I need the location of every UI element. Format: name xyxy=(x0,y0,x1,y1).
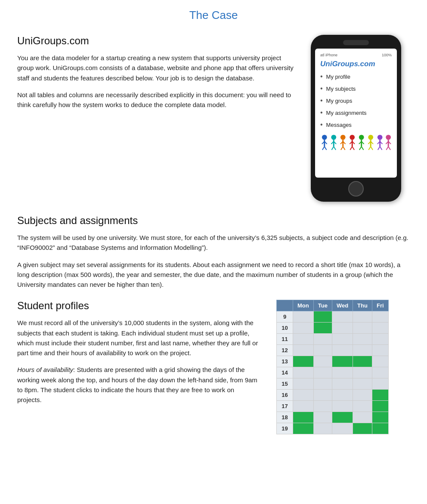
grid-row-15: 15 xyxy=(277,378,389,390)
cell-13-mon[interactable] xyxy=(293,356,314,367)
people-svg xyxy=(320,133,392,150)
cell-9-mon[interactable] xyxy=(293,311,314,323)
grid-row-18: 18 xyxy=(277,412,389,423)
cell-18-tue[interactable] xyxy=(313,412,332,423)
cell-9-tue[interactable] xyxy=(313,311,332,323)
phone-menu-label: Messages xyxy=(326,122,352,128)
cell-19-fri[interactable] xyxy=(372,423,388,434)
cell-11-fri[interactable] xyxy=(372,334,388,345)
cell-13-thu[interactable] xyxy=(353,356,372,367)
svg-line-34 xyxy=(368,147,371,150)
grid-header-wed: Wed xyxy=(332,300,353,311)
cell-11-tue[interactable] xyxy=(313,334,332,345)
hour-label-12: 12 xyxy=(277,345,293,356)
svg-point-18 xyxy=(350,135,355,140)
cell-10-fri[interactable] xyxy=(372,323,388,334)
cell-12-mon[interactable] xyxy=(293,345,314,356)
grid-row-16: 16 xyxy=(277,390,389,401)
grid-header-mon: Mon xyxy=(293,300,314,311)
grid-header-thu: Thu xyxy=(353,300,372,311)
svg-line-28 xyxy=(359,147,362,150)
svg-point-0 xyxy=(322,135,327,140)
svg-line-5 xyxy=(325,147,327,150)
svg-point-36 xyxy=(377,135,383,140)
cell-18-fri[interactable] xyxy=(372,412,388,423)
subjects-para2: A given subject may set several assignme… xyxy=(17,260,410,290)
svg-line-10 xyxy=(331,147,334,150)
svg-line-35 xyxy=(371,147,373,150)
cell-10-mon[interactable] xyxy=(293,323,314,334)
cell-12-fri[interactable] xyxy=(372,345,388,356)
phone-menu-label: My profile xyxy=(326,74,350,80)
subjects-heading: Subjects and assignments xyxy=(17,215,410,227)
cell-13-wed[interactable] xyxy=(332,356,353,367)
svg-line-47 xyxy=(388,147,390,150)
bullet-icon: • xyxy=(320,85,323,92)
cell-10-thu[interactable] xyxy=(353,323,372,334)
phone-mockup-container: atl iPhone 100% UniGroups.com • My profi… xyxy=(311,35,410,202)
cell-15-fri[interactable] xyxy=(372,378,388,390)
cell-17-fri[interactable] xyxy=(372,401,388,412)
cell-9-fri[interactable] xyxy=(372,311,388,323)
cell-16-wed[interactable] xyxy=(332,390,353,401)
cell-13-tue[interactable] xyxy=(313,356,332,367)
cell-16-tue[interactable] xyxy=(313,390,332,401)
unigroups-section: UniGroups.com You are the data modeler f… xyxy=(17,35,410,202)
cell-19-tue[interactable] xyxy=(313,423,332,434)
cell-15-thu[interactable] xyxy=(353,378,372,390)
phone-menu-subjects: • My subjects xyxy=(320,85,392,92)
cell-13-fri[interactable] xyxy=(372,356,388,367)
svg-line-16 xyxy=(341,147,343,150)
cell-14-wed[interactable] xyxy=(332,367,353,378)
cell-12-thu[interactable] xyxy=(353,345,372,356)
cell-15-wed[interactable] xyxy=(332,378,353,390)
unigroups-heading: UniGroups.com xyxy=(17,35,298,47)
subjects-section: Subjects and assignments The system will… xyxy=(17,215,410,289)
grid-corner xyxy=(277,300,293,311)
cell-10-wed[interactable] xyxy=(332,323,353,334)
cell-14-mon[interactable] xyxy=(293,367,314,378)
cell-11-thu[interactable] xyxy=(353,334,372,345)
cell-18-wed[interactable] xyxy=(332,412,353,423)
cell-17-wed[interactable] xyxy=(332,401,353,412)
hour-label-14: 14 xyxy=(277,367,293,378)
hour-label-13: 13 xyxy=(277,356,293,367)
cell-17-mon[interactable] xyxy=(293,401,314,412)
hour-label-15: 15 xyxy=(277,378,293,390)
cell-11-wed[interactable] xyxy=(332,334,353,345)
cell-9-thu[interactable] xyxy=(353,311,372,323)
unigroups-para2: Not all tables and columns are necessari… xyxy=(17,90,298,110)
svg-line-40 xyxy=(378,147,380,150)
cell-10-tue[interactable] xyxy=(313,323,332,334)
cell-15-mon[interactable] xyxy=(293,378,314,390)
phone-menu-messages: • Messages xyxy=(320,121,392,129)
cell-18-thu[interactable] xyxy=(353,412,372,423)
availability-grid: Mon Tue Wed Thu Fri 9 xyxy=(276,300,389,434)
hour-label-16: 16 xyxy=(277,390,293,401)
svg-point-24 xyxy=(359,135,364,140)
cell-14-fri[interactable] xyxy=(372,367,388,378)
svg-line-41 xyxy=(380,147,382,150)
cell-9-wed[interactable] xyxy=(332,311,353,323)
cell-12-tue[interactable] xyxy=(313,345,332,356)
cell-17-thu[interactable] xyxy=(353,401,372,412)
cell-12-wed[interactable] xyxy=(332,345,353,356)
cell-16-fri[interactable] xyxy=(372,390,388,401)
cell-19-mon[interactable] xyxy=(293,423,314,434)
grid-header-tue: Tue xyxy=(313,300,332,311)
cell-16-thu[interactable] xyxy=(353,390,372,401)
cell-19-wed[interactable] xyxy=(332,423,353,434)
cell-14-thu[interactable] xyxy=(353,367,372,378)
cell-11-mon[interactable] xyxy=(293,334,314,345)
cell-19-thu[interactable] xyxy=(353,423,372,434)
phone-menu-label: My groups xyxy=(326,98,353,104)
cell-14-tue[interactable] xyxy=(313,367,332,378)
cell-15-tue[interactable] xyxy=(313,378,332,390)
students-text: Student profiles We must record all of t… xyxy=(17,300,259,434)
svg-point-12 xyxy=(340,135,346,140)
cell-16-mon[interactable] xyxy=(293,390,314,401)
grid-row-10: 10 xyxy=(277,323,389,334)
hour-label-17: 17 xyxy=(277,401,293,412)
cell-17-tue[interactable] xyxy=(313,401,332,412)
cell-18-mon[interactable] xyxy=(293,412,314,423)
